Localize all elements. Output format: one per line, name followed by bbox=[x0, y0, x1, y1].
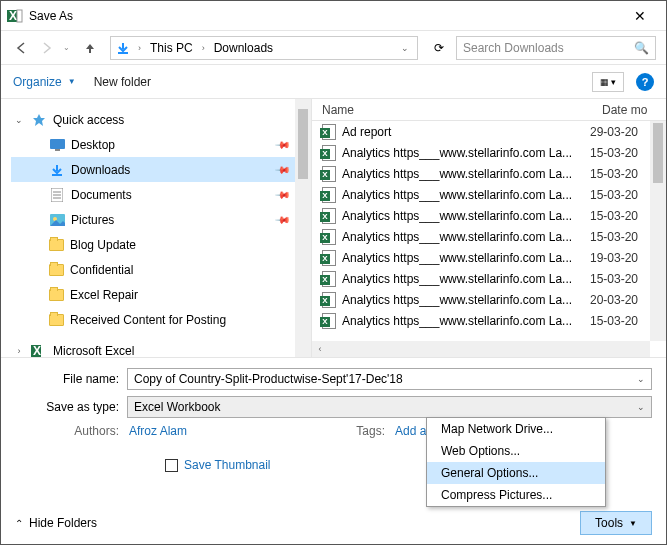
tools-button[interactable]: Tools▼ bbox=[580, 511, 652, 535]
tree-excel-repair[interactable]: Excel Repair bbox=[11, 282, 307, 307]
svg-rect-2 bbox=[17, 10, 22, 22]
organize-button[interactable]: Organize▼ bbox=[13, 75, 76, 89]
view-options-button[interactable]: ▦ ▾ bbox=[592, 72, 624, 92]
tree-pictures[interactable]: Pictures 📌 bbox=[11, 207, 307, 232]
tree-ms-excel[interactable]: › X Microsoft Excel bbox=[11, 338, 307, 357]
file-row[interactable]: Analytics https___www.stellarinfo.com La… bbox=[322, 142, 666, 163]
tree-received[interactable]: Received Content for Posting bbox=[11, 307, 307, 332]
xlsx-icon bbox=[322, 166, 336, 182]
authors-value[interactable]: Afroz Alam bbox=[129, 424, 187, 438]
saveastype-combobox[interactable]: Excel Workbook⌄ bbox=[127, 396, 652, 418]
xlsx-icon bbox=[322, 145, 336, 161]
file-list-header: Name Date mo bbox=[312, 99, 666, 121]
file-date: 15-03-20 bbox=[590, 272, 648, 286]
file-name: Analytics https___www.stellarinfo.com La… bbox=[342, 209, 584, 223]
address-dropdown[interactable]: ⌄ bbox=[397, 43, 413, 53]
file-name: Ad report bbox=[342, 125, 584, 139]
breadcrumb-this-pc[interactable]: This PC bbox=[148, 41, 195, 55]
svg-rect-3 bbox=[118, 52, 128, 54]
address-bar[interactable]: › This PC › Downloads ⌄ bbox=[110, 36, 418, 60]
desktop-icon bbox=[49, 137, 65, 153]
file-date: 15-03-20 bbox=[590, 209, 648, 223]
hide-folders-button[interactable]: ⌃ Hide Folders bbox=[15, 516, 97, 530]
file-name: Analytics https___www.stellarinfo.com La… bbox=[342, 230, 584, 244]
star-icon bbox=[31, 112, 47, 128]
filename-label: File name: bbox=[15, 372, 127, 386]
file-scrollbar-h[interactable]: ‹ bbox=[312, 341, 650, 357]
file-row[interactable]: Analytics https___www.stellarinfo.com La… bbox=[322, 205, 666, 226]
refresh-button[interactable]: ⟳ bbox=[428, 41, 450, 55]
expand-icon[interactable]: › bbox=[13, 346, 25, 356]
menu-compress-pictures[interactable]: Compress Pictures... bbox=[427, 484, 605, 506]
close-button[interactable]: ✕ bbox=[620, 8, 660, 24]
search-placeholder: Search Downloads bbox=[463, 41, 564, 55]
search-input[interactable]: Search Downloads 🔍 bbox=[456, 36, 656, 60]
xlsx-icon bbox=[322, 208, 336, 224]
tools-menu: Map Network Drive... Web Options... Gene… bbox=[426, 417, 606, 507]
file-date: 20-03-20 bbox=[590, 293, 648, 307]
documents-icon bbox=[49, 187, 65, 203]
file-row[interactable]: Analytics https___www.stellarinfo.com La… bbox=[322, 226, 666, 247]
svg-text:X: X bbox=[9, 9, 17, 23]
column-name[interactable]: Name bbox=[322, 103, 602, 117]
file-date: 15-03-20 bbox=[590, 188, 648, 202]
up-button[interactable] bbox=[80, 38, 100, 58]
back-button[interactable] bbox=[11, 38, 31, 58]
saveastype-label: Save as type: bbox=[15, 400, 127, 414]
file-date: 15-03-20 bbox=[590, 314, 648, 328]
help-button[interactable]: ? bbox=[636, 73, 654, 91]
tree-confidential[interactable]: Confidential bbox=[11, 257, 307, 282]
file-row[interactable]: Analytics https___www.stellarinfo.com La… bbox=[322, 184, 666, 205]
window-title: Save As bbox=[29, 9, 620, 23]
excel-icon: X bbox=[31, 343, 47, 358]
collapse-icon[interactable]: ⌄ bbox=[13, 115, 25, 125]
svg-rect-6 bbox=[52, 174, 62, 176]
chevron-right-icon: › bbox=[199, 43, 208, 53]
tree-downloads[interactable]: Downloads 📌 bbox=[11, 157, 307, 182]
tree-desktop[interactable]: Desktop 📌 bbox=[11, 132, 307, 157]
xlsx-icon bbox=[322, 229, 336, 245]
menu-general-options[interactable]: General Options... bbox=[427, 462, 605, 484]
file-row[interactable]: Analytics https___www.stellarinfo.com La… bbox=[322, 268, 666, 289]
column-date[interactable]: Date mo bbox=[602, 103, 666, 117]
tree-scrollbar[interactable] bbox=[295, 99, 311, 357]
file-row[interactable]: Ad report29-03-20 bbox=[322, 121, 666, 142]
main-area: ⌄ Quick access Desktop 📌 Downloads 📌 Doc… bbox=[1, 99, 666, 357]
pin-icon: 📌 bbox=[275, 161, 291, 177]
file-row[interactable]: Analytics https___www.stellarinfo.com La… bbox=[322, 247, 666, 268]
svg-rect-4 bbox=[50, 139, 65, 149]
file-row[interactable]: Analytics https___www.stellarinfo.com La… bbox=[322, 310, 666, 331]
pin-icon: 📌 bbox=[275, 186, 291, 202]
toolbar: Organize▼ New folder ▦ ▾ ? bbox=[1, 65, 666, 99]
search-icon: 🔍 bbox=[634, 41, 649, 55]
file-row[interactable]: Analytics https___www.stellarinfo.com La… bbox=[322, 163, 666, 184]
tree-blog-update[interactable]: Blog Update bbox=[11, 232, 307, 257]
file-row[interactable]: Analytics https___www.stellarinfo.com La… bbox=[322, 289, 666, 310]
folder-icon bbox=[49, 289, 64, 301]
file-name: Analytics https___www.stellarinfo.com La… bbox=[342, 146, 584, 160]
xlsx-icon bbox=[322, 313, 336, 329]
tags-label: Tags: bbox=[335, 424, 385, 438]
pin-icon: 📌 bbox=[275, 136, 291, 152]
forward-button[interactable] bbox=[37, 38, 57, 58]
file-name: Analytics https___www.stellarinfo.com La… bbox=[342, 167, 584, 181]
menu-web-options[interactable]: Web Options... bbox=[427, 440, 605, 462]
menu-map-network-drive[interactable]: Map Network Drive... bbox=[427, 418, 605, 440]
title-bar: X Save As ✕ bbox=[1, 1, 666, 31]
xlsx-icon bbox=[322, 250, 336, 266]
folder-icon bbox=[49, 264, 64, 276]
tree-documents[interactable]: Documents 📌 bbox=[11, 182, 307, 207]
recent-dropdown[interactable]: ⌄ bbox=[63, 43, 70, 52]
excel-app-icon: X bbox=[7, 8, 23, 24]
new-folder-button[interactable]: New folder bbox=[94, 75, 151, 89]
file-scrollbar-v[interactable] bbox=[650, 121, 666, 341]
filename-input[interactable]: Copy of Country-Split-Productwise-Sept'1… bbox=[127, 368, 652, 390]
xlsx-icon bbox=[322, 124, 336, 140]
save-panel: File name: Copy of Country-Split-Product… bbox=[1, 357, 666, 545]
xlsx-icon bbox=[322, 187, 336, 203]
nav-tree: ⌄ Quick access Desktop 📌 Downloads 📌 Doc… bbox=[1, 99, 311, 357]
chevron-right-icon: › bbox=[135, 43, 144, 53]
downloads-folder-icon bbox=[115, 40, 131, 56]
tree-quick-access[interactable]: ⌄ Quick access bbox=[11, 107, 307, 132]
breadcrumb-downloads[interactable]: Downloads bbox=[212, 41, 275, 55]
